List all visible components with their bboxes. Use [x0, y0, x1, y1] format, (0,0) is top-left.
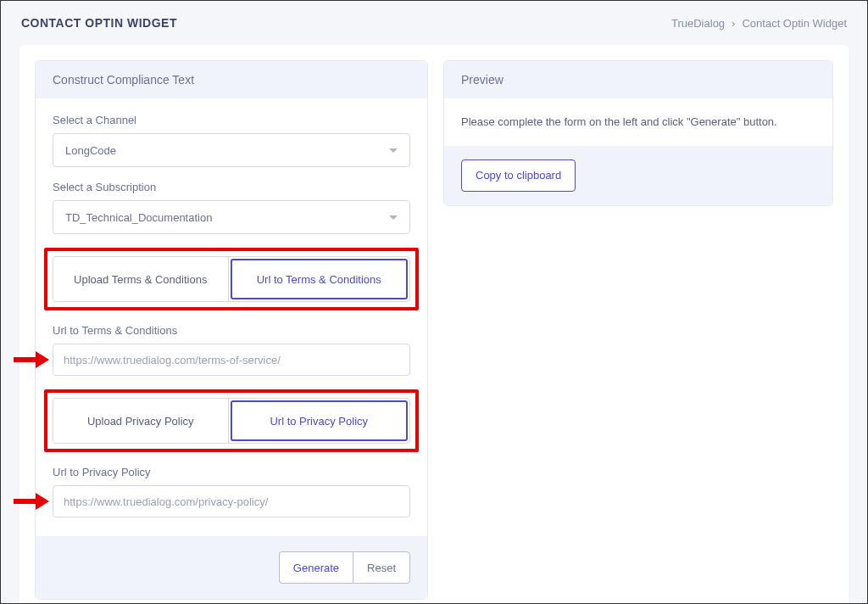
privacy-url-input[interactable]	[53, 485, 410, 517]
url-terms-button[interactable]: Url to Terms & Conditions	[231, 259, 409, 299]
channel-label: Select a Channel	[53, 114, 410, 126]
subscription-label: Select a Subscription	[53, 181, 410, 193]
terms-url-label: Url to Terms & Conditions	[53, 324, 410, 337]
upload-privacy-button[interactable]: Upload Privacy Policy	[53, 399, 229, 443]
reset-button[interactable]: Reset	[353, 551, 410, 584]
breadcrumb-root[interactable]: TrueDialog	[671, 17, 725, 30]
chevron-right-icon: ›	[732, 17, 735, 30]
terms-url-input[interactable]	[53, 344, 410, 376]
arrow-right-icon	[14, 493, 49, 510]
chevron-down-icon	[389, 148, 398, 153]
highlight-box: Upload Privacy Policy Url to Privacy Pol…	[44, 389, 419, 452]
subscription-select[interactable]: TD_Technical_Documentation	[53, 200, 410, 234]
chevron-down-icon	[389, 215, 398, 220]
privacy-url-label: Url to Privacy Policy	[53, 466, 410, 478]
copy-to-clipboard-button[interactable]: Copy to clipboard	[461, 159, 576, 192]
compliance-form-card: Construct Compliance Text Select a Chann…	[35, 60, 428, 600]
preview-card-title: Preview	[444, 61, 832, 98]
preview-card: Preview Please complete the form on the …	[443, 60, 833, 206]
page-title: CONTACT OPTIN WIDGET	[21, 16, 177, 30]
subscription-value: TD_Technical_Documentation	[65, 211, 212, 224]
arrow-right-icon	[14, 351, 49, 368]
generate-button[interactable]: Generate	[279, 551, 353, 584]
channel-value: LongCode	[65, 144, 116, 157]
breadcrumb: TrueDialog › Contact Optin Widget	[671, 17, 847, 30]
compliance-card-title: Construct Compliance Text	[36, 61, 427, 98]
preview-placeholder-text: Please complete the form on the left and…	[461, 114, 815, 131]
url-privacy-button[interactable]: Url to Privacy Policy	[231, 400, 409, 441]
channel-select[interactable]: LongCode	[53, 133, 410, 167]
upload-terms-button[interactable]: Upload Terms & Conditions	[53, 257, 229, 301]
breadcrumb-current: Contact Optin Widget	[742, 17, 847, 30]
highlight-box: Upload Terms & Conditions Url to Terms &…	[44, 248, 419, 310]
